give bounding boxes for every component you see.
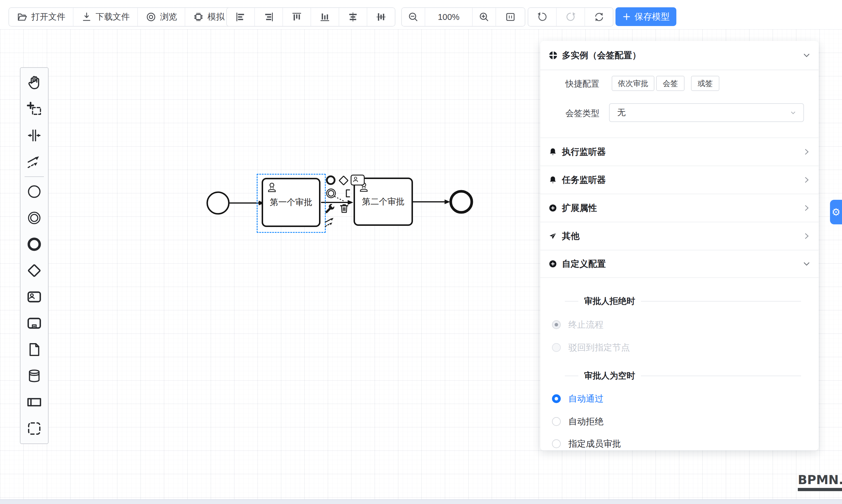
radio-label: 驳回到指定节点 [568,342,630,354]
open-file-button[interactable]: 打开文件 [9,8,73,26]
align-button-group [226,7,396,26]
radio-icon [552,343,561,352]
reset-button[interactable] [585,8,613,26]
bpmn-io-logo[interactable]: BPMN.iO [798,473,842,491]
align-center-horizontal-icon [347,12,358,22]
divider-line [565,301,578,302]
create-subprocess[interactable] [20,310,48,336]
download-icon [81,12,92,22]
panel-title: 多实例（会签配置） [562,50,641,61]
simulate-button[interactable]: 模拟 [185,8,232,26]
horizontal-scrollbar[interactable] [0,499,842,504]
preview-button[interactable]: 浏览 [138,8,185,26]
download-file-button[interactable]: 下载文件 [73,8,138,26]
section-extended-properties[interactable]: 扩展属性 [540,194,819,222]
toolbar: 打开文件 下载文件 浏览 模拟 1 [0,0,842,29]
chevron-down-icon[interactable] [802,51,811,60]
panel-toggle-tab[interactable]: ⚙ [830,200,842,224]
divider-line [641,301,801,302]
space-tool-icon [27,128,42,143]
section-execution-listener[interactable]: 执行监听器 [540,138,819,165]
radio-icon [552,417,561,426]
save-model-button[interactable]: 保存模型 [615,7,676,26]
section-label: 执行监听器 [562,146,606,158]
align-bottom-icon [319,12,330,22]
data-object-icon [27,342,42,357]
align-left-button[interactable] [227,8,255,26]
radio-auto-reject[interactable]: 自动拒绝 [552,416,603,427]
section-custom-config[interactable]: 自定义配置 [540,250,819,278]
append-user-task-icon[interactable] [351,175,365,185]
redo-button[interactable] [557,8,585,26]
align-right-icon [263,12,274,22]
zoom-out-button[interactable] [402,8,425,26]
undo-button[interactable] [528,8,557,26]
chevron-right-icon [802,232,811,240]
zoom-level-indicator[interactable]: 100% [425,8,473,26]
global-connect-tool[interactable] [20,149,48,175]
properties-panel: 多实例（会签配置） 快捷配置 依次审批 会签 或签 会签类型 无 执行监听器 任… [540,41,819,450]
zoom-button-group: 100% [401,7,525,26]
replace-wrench-icon[interactable] [324,202,336,215]
align-right-button[interactable] [255,8,283,26]
create-participant[interactable] [20,389,48,415]
plus-circle-icon [548,259,557,268]
align-center-horizontal-button[interactable] [339,8,367,26]
radio-assign-member[interactable]: 指定成员审批 [552,438,621,450]
space-tool[interactable] [20,122,48,149]
lasso-tool[interactable] [20,96,48,122]
create-group[interactable] [20,415,48,442]
create-intermediate-event[interactable] [20,205,48,231]
panel-header[interactable]: 多实例（会签配置） [540,41,819,70]
align-top-button[interactable] [283,8,311,26]
hand-tool[interactable] [20,70,48,96]
create-start-event[interactable] [20,178,48,205]
delete-trash-icon[interactable] [338,201,351,215]
intermediate-event-icon [27,210,42,226]
empty-divider: 审批人为空时 [565,371,801,381]
logo-underline [798,488,842,491]
sign-type-select[interactable]: 无 [609,103,804,122]
task-label: 第二个审批 [362,196,404,208]
quick-option-sequential[interactable]: 依次审批 [612,76,654,91]
divider-line [641,376,801,376]
radio-auto-approve[interactable]: 自动通过 [552,393,603,404]
quick-option-countersign[interactable]: 会签 [656,76,685,91]
create-gateway[interactable] [20,257,48,284]
append-text-annotation-icon[interactable] [343,187,353,200]
gateway-icon [27,263,42,278]
zoom-in-button[interactable] [473,8,496,26]
fit-viewport-button[interactable] [496,8,525,26]
folder-open-icon [17,12,28,22]
sign-type-value: 无 [617,107,626,119]
section-task-listener[interactable]: 任务监听器 [540,165,819,194]
create-end-event[interactable] [20,231,48,257]
align-bottom-button[interactable] [311,8,339,26]
lasso-icon [27,102,42,117]
connect-arrows-icon [27,154,42,169]
quick-option-orsign[interactable]: 或签 [691,76,719,91]
bell-icon [548,147,557,156]
append-end-event-icon[interactable] [325,174,337,186]
start-event-icon [27,184,42,199]
radio-terminate-process[interactable]: 终止流程 [552,319,603,330]
append-intermediate-event-icon[interactable] [325,187,337,199]
chevron-right-icon [802,147,811,156]
user-task-icon [27,289,42,305]
append-gateway-icon[interactable] [337,174,350,187]
zoom-out-icon [408,12,419,22]
radio-return-to-node[interactable]: 驳回到指定节点 [552,342,630,353]
hand-icon [27,75,42,90]
section-other[interactable]: 其他 [540,222,819,250]
download-file-label: 下载文件 [96,11,130,23]
section-label: 自定义配置 [562,258,606,270]
radio-label: 自动通过 [568,393,603,405]
create-data-store[interactable] [20,363,48,389]
create-data-object[interactable] [20,336,48,363]
connect-tool-icon[interactable] [324,216,336,228]
data-store-icon [27,368,42,383]
align-center-vertical-button[interactable] [367,8,395,26]
create-user-task[interactable] [20,284,48,310]
element-palette [20,67,49,444]
reset-icon [594,12,604,22]
